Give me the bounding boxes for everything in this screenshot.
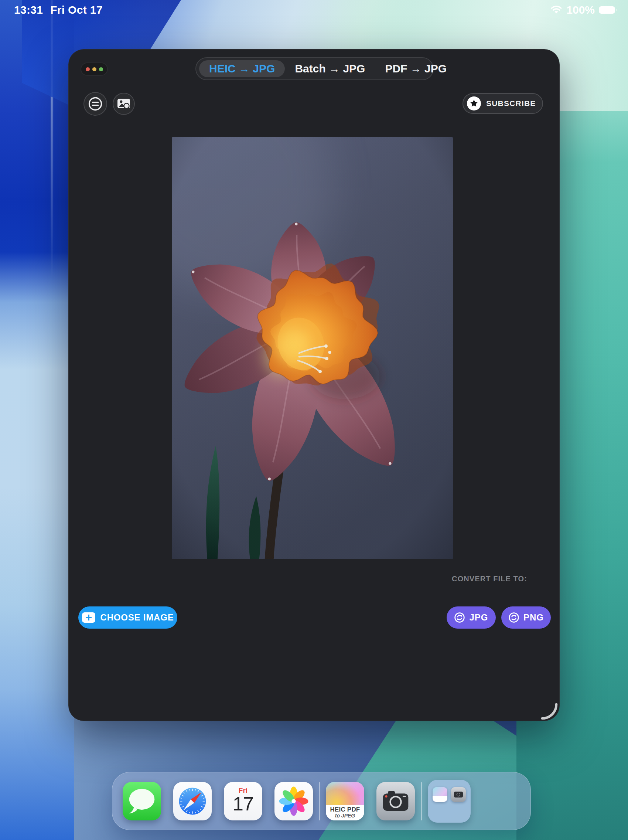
battery-icon (598, 6, 618, 14)
status-date: Fri Oct 17 (50, 4, 103, 16)
camera-icon (376, 782, 415, 820)
daffodil-photo (172, 137, 453, 559)
dock-app-photos[interactable] (275, 782, 313, 820)
dock-separator (319, 782, 320, 820)
image-preview (172, 137, 453, 559)
recent-mini-camera-icon[interactable] (451, 787, 466, 802)
choose-image-button[interactable]: CHOOSE IMAGE (78, 606, 177, 628)
status-left: 13:31 Fri Oct 17 (14, 4, 103, 16)
subscribe-label: SUBSCRIBE (486, 99, 536, 108)
dock-recent-apps[interactable] (428, 780, 471, 823)
jpg-label: JPG (469, 613, 488, 623)
dock: Fri 17 HEIC PDF to JPEG (112, 772, 531, 830)
heic-icon-line2: to JPEG (335, 813, 355, 819)
minimize-window-dot[interactable] (92, 67, 96, 71)
dock-app-safari[interactable] (173, 782, 211, 820)
photos-flower-icon (275, 782, 313, 820)
wallpaper-left-band (0, 0, 74, 840)
calendar-day: 17 (233, 794, 253, 814)
plus-icon (82, 613, 95, 623)
menu-button[interactable] (84, 93, 106, 115)
star-icon (467, 96, 481, 111)
heic-icon-gradient (326, 782, 364, 805)
status-right: 100% (550, 4, 618, 16)
dock-app-camera[interactable] (376, 782, 415, 820)
battery-percent: 100% (566, 4, 595, 16)
tab-batch-to-jpg[interactable]: Batch → JPG (285, 60, 375, 77)
convert-to-png-button[interactable]: PNG (501, 606, 551, 628)
photo-browser-icon (116, 97, 131, 111)
status-bar: 13:31 Fri Oct 17 100% (0, 0, 628, 21)
converter-app-window: HEIC → JPG Batch → JPG PDF → JPG (68, 49, 560, 721)
dock-app-calendar[interactable]: Fri 17 (224, 782, 262, 820)
dock-separator (421, 782, 422, 820)
subscribe-button[interactable]: SUBSCRIBE (462, 93, 543, 114)
heic-icon-line1: HEIC PDF (330, 806, 360, 813)
dock-app-heic-pdf-to-jpeg[interactable]: HEIC PDF to JPEG (326, 782, 364, 820)
convert-to-jpg-button[interactable]: JPG (447, 606, 496, 628)
tab-pdf-to-jpg[interactable]: PDF → JPG (375, 60, 457, 77)
messages-bubble-icon (123, 782, 161, 820)
photo-browser-button[interactable] (114, 93, 134, 114)
dock-app-messages[interactable] (123, 782, 161, 820)
wifi-icon (550, 5, 563, 15)
close-window-dot[interactable] (86, 67, 90, 71)
convert-cycle-icon (508, 612, 519, 623)
zoom-window-dot[interactable] (99, 67, 103, 71)
mode-tab-bar: HEIC → JPG Batch → JPG PDF → JPG (196, 57, 434, 80)
menu-circle-icon (88, 96, 103, 112)
recent-mini-heic-icon[interactable] (432, 787, 447, 802)
tab-heic-to-jpg[interactable]: HEIC → JPG (199, 60, 285, 77)
heic-icon-text: HEIC PDF to JPEG (326, 805, 364, 820)
png-label: PNG (524, 613, 544, 623)
choose-image-label: CHOOSE IMAGE (101, 613, 174, 623)
ipad-screen: 13:31 Fri Oct 17 100% HEIC → JPG Batch → (0, 0, 628, 840)
calendar-weekday: Fri (239, 787, 248, 794)
window-controls[interactable] (81, 63, 107, 75)
convert-cycle-icon (454, 612, 465, 623)
status-time: 13:31 (14, 4, 43, 16)
convert-file-to-label: CONVERT FILE TO: (452, 575, 527, 583)
safari-compass-icon (173, 782, 211, 820)
